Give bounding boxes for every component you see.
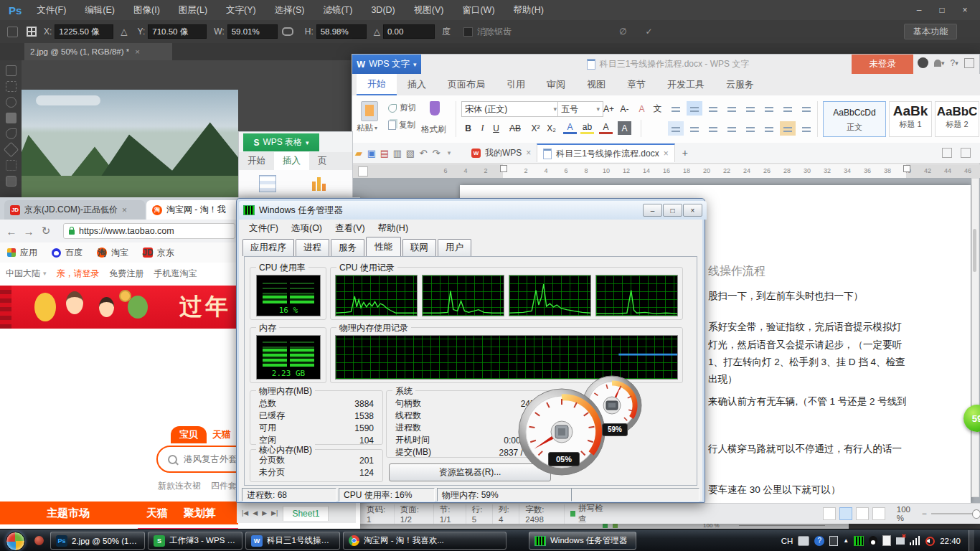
menu-item[interactable]: 图像(I) (124, 0, 169, 20)
tab[interactable]: 应用程序 (242, 239, 294, 256)
ribbon-tab[interactable]: 开发工具 (656, 74, 715, 95)
close-icon[interactable]: × (683, 204, 702, 217)
tab[interactable]: 进程 (296, 239, 329, 256)
font-size-select[interactable]: 五号▾ (557, 101, 603, 117)
text-effects-button[interactable]: A (563, 121, 577, 134)
insert-table-icon[interactable] (798, 101, 814, 116)
login-button[interactable]: 未登录 (852, 55, 913, 74)
zoom-level[interactable]: 100 % (897, 505, 918, 522)
tab-home-wps[interactable]: W 我的WPS × (466, 144, 537, 161)
nav-market[interactable]: 主题市场 (0, 507, 136, 520)
ribbon-tab[interactable]: 插入 (274, 152, 309, 170)
search-tab-tmall[interactable]: 天猫 (212, 426, 231, 443)
ribbon-tab[interactable]: 页 (309, 152, 336, 170)
menu-item[interactable]: 选择(S) (265, 0, 314, 20)
grow-font-button[interactable]: A+ (602, 102, 616, 116)
increase-indent-icon[interactable] (743, 101, 758, 116)
format-painter-icon[interactable] (430, 101, 440, 116)
view-page-icon[interactable] (839, 507, 852, 520)
wps-sheets-app-button[interactable]: S WPS 表格 ▾ (243, 133, 319, 151)
minimize-icon[interactable]: – (910, 5, 928, 15)
taskbar-button-sheets[interactable]: S 工作簿3 - WPS 表格 (148, 532, 242, 550)
clock[interactable]: 22:40 (940, 537, 961, 545)
close-icon[interactable]: × (664, 149, 669, 159)
sidebar-toggle-icon[interactable] (942, 148, 952, 158)
tab[interactable]: 用户 (438, 239, 471, 256)
align-left-icon[interactable] (668, 121, 684, 136)
maximize-icon[interactable]: □ (933, 5, 951, 15)
close-icon[interactable]: × (956, 5, 974, 15)
browser-tab-taobao[interactable]: 淘 淘宝网 - 淘！我 (146, 200, 240, 220)
nav-juhuasuan[interactable]: 聚划算 (184, 507, 216, 520)
next-sheet-icon[interactable]: ▶ (260, 509, 269, 517)
antialias-checkbox[interactable] (463, 27, 473, 37)
clear-format-icon[interactable]: A (635, 102, 649, 116)
style-normal[interactable]: AaBbCcDd 正文 (823, 101, 886, 137)
crop-tool-icon[interactable] (6, 113, 17, 123)
lasso-tool-icon[interactable] (6, 97, 17, 108)
insert-table-icon[interactable] (259, 175, 276, 192)
last-sheet-icon[interactable]: ▶| (269, 509, 280, 517)
justify-icon[interactable] (724, 121, 740, 136)
view-fullscreen-icon[interactable] (823, 507, 836, 520)
aspect-icon[interactable]: △ (121, 27, 127, 37)
ribbon-tab[interactable]: 插入 (397, 74, 437, 95)
menu-item[interactable]: 文件(F) (242, 222, 285, 235)
style-heading2[interactable]: AaBbC 标题 2 (935, 101, 979, 137)
font-name-select[interactable]: 宋体 (正文)▾ (461, 101, 560, 117)
view-outline-icon[interactable] (856, 507, 869, 520)
number-list-icon[interactable] (687, 101, 702, 116)
zoom-out-icon[interactable]: − (922, 509, 927, 519)
search-tab-item[interactable]: 宝贝 (171, 426, 207, 443)
underline-button[interactable]: U (489, 121, 503, 135)
text-tool-icon[interactable] (6, 176, 17, 187)
menu-item[interactable]: 编辑(E) (75, 0, 124, 20)
menu-item[interactable]: 查看(V) (329, 222, 372, 235)
indent-marker-left[interactable] (500, 165, 507, 172)
maximize-icon[interactable]: □ (663, 204, 682, 217)
show-desktop-button[interactable] (969, 530, 974, 551)
print-preview-icon[interactable]: ▧ (404, 146, 417, 160)
help-icon[interactable]: ?▾ (951, 58, 958, 68)
taskbar-button-chrome[interactable]: 淘宝网 - 淘！我喜欢... (343, 532, 507, 550)
print-icon[interactable]: ▥ (391, 146, 404, 160)
transform-tool-icon[interactable] (7, 27, 18, 37)
insert-chart-icon[interactable] (311, 175, 326, 191)
paste-icon[interactable] (361, 101, 378, 121)
char-shading-button[interactable]: A (618, 121, 631, 135)
newyear-banner[interactable]: 过年 (0, 286, 238, 329)
subscript-button[interactable]: X₂ (545, 121, 558, 135)
tab[interactable]: 联网 (402, 239, 436, 256)
uploading-icon[interactable] (961, 148, 971, 158)
keyboard-icon[interactable] (798, 536, 809, 546)
close-icon[interactable]: × (135, 47, 140, 56)
menu-item[interactable]: 滤镜(T) (314, 0, 362, 20)
forward-icon[interactable]: → (20, 225, 37, 237)
task-manager-titlebar[interactable]: Windows 任务管理器 – □ × (239, 201, 707, 220)
cut-button[interactable]: 剪切 (388, 103, 416, 113)
y-input[interactable]: 710.50 像 (148, 24, 207, 39)
ribbon-tab[interactable]: 开始 (239, 152, 274, 170)
qq-icon[interactable] (869, 536, 877, 545)
bullet-list-icon[interactable] (668, 101, 684, 116)
menu-item[interactable]: 图层(L) (169, 0, 217, 20)
marquee-tool-icon[interactable] (6, 81, 17, 92)
first-sheet-icon[interactable]: |◀ (240, 509, 250, 517)
mobile-link[interactable]: 手机逛淘宝 (154, 268, 197, 280)
ribbon-tab[interactable]: 引用 (496, 74, 536, 95)
community-icon[interactable] (918, 57, 928, 68)
vertical-scrollbar[interactable] (971, 178, 979, 497)
new-tab-icon[interactable]: + (682, 147, 688, 159)
copy-button[interactable]: 复制 (388, 120, 415, 131)
zoom-slider[interactable] (931, 513, 979, 514)
ribbon-tab[interactable]: 审阅 (536, 74, 576, 95)
open-icon[interactable]: ▰ (352, 146, 365, 160)
ribbon-tab[interactable]: 视图 (576, 74, 616, 95)
browser-tab-jd[interactable]: JD 京东(JD.COM)-正品低价 × (4, 200, 145, 220)
brush-tool-icon[interactable] (3, 142, 18, 157)
menu-item[interactable]: 视图(V) (405, 0, 453, 20)
close-icon[interactable]: × (122, 205, 127, 215)
zoom-slider-thumb[interactable] (972, 509, 980, 519)
nav-tmall[interactable]: 天猫 (146, 507, 168, 520)
format-painter-label[interactable]: 格式刷 (421, 124, 446, 135)
